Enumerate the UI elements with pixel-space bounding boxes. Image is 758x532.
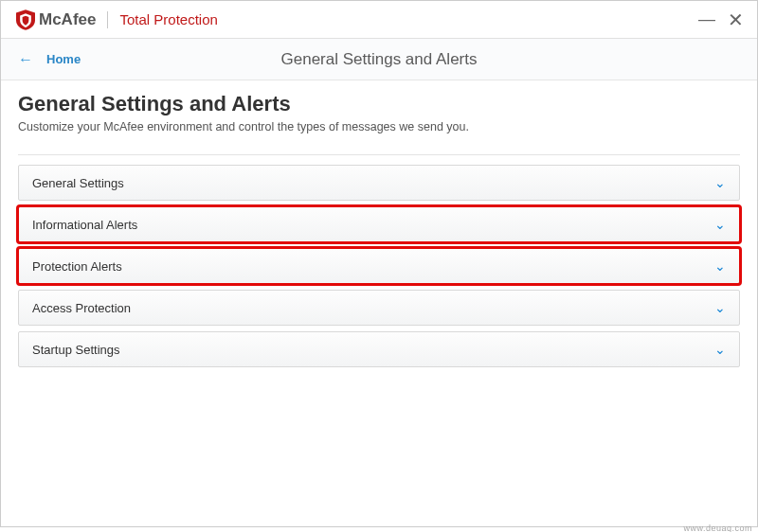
close-button[interactable]: ✕ [721, 6, 749, 34]
row-informational-alerts[interactable]: Informational Alerts ⌄ [18, 206, 740, 242]
row-access-protection[interactable]: Access Protection ⌄ [18, 290, 740, 326]
chevron-down-icon: ⌄ [714, 342, 726, 357]
chevron-down-icon: ⌄ [714, 217, 726, 232]
divider [18, 154, 740, 155]
chevron-down-icon: ⌄ [714, 175, 726, 190]
row-label: General Settings [32, 176, 124, 190]
brand-logo: McAfee [16, 9, 96, 30]
chevron-down-icon: ⌄ [714, 258, 726, 274]
row-protection-alerts[interactable]: Protection Alerts ⌄ [18, 248, 740, 284]
row-label: Startup Settings [32, 343, 120, 357]
row-label: Informational Alerts [32, 218, 137, 232]
chevron-down-icon: ⌄ [714, 300, 726, 315]
row-label: Access Protection [32, 301, 131, 315]
page-title: General Settings and Alerts [18, 92, 740, 116]
row-startup-settings[interactable]: Startup Settings ⌄ [18, 331, 740, 367]
divider [107, 11, 108, 28]
brand-name: McAfee [39, 10, 96, 29]
product-name: Total Protection [119, 11, 217, 27]
page-subtitle: Customize your McAfee environment and co… [18, 120, 740, 133]
titlebar: McAfee Total Protection — ✕ [1, 1, 757, 39]
row-general-settings[interactable]: General Settings ⌄ [18, 165, 740, 201]
content-area: General Settings and Alerts Customize yo… [1, 80, 757, 367]
home-link[interactable]: Home [46, 52, 81, 66]
back-arrow-icon[interactable]: ← [18, 51, 33, 68]
row-label: Protection Alerts [32, 259, 122, 274]
nav-title: General Settings and Alerts [1, 50, 757, 69]
navbar: ← Home General Settings and Alerts [1, 39, 757, 80]
minimize-button[interactable]: — [693, 6, 721, 34]
shield-icon [16, 9, 35, 30]
watermark: www.deuaq.com [683, 523, 752, 532]
